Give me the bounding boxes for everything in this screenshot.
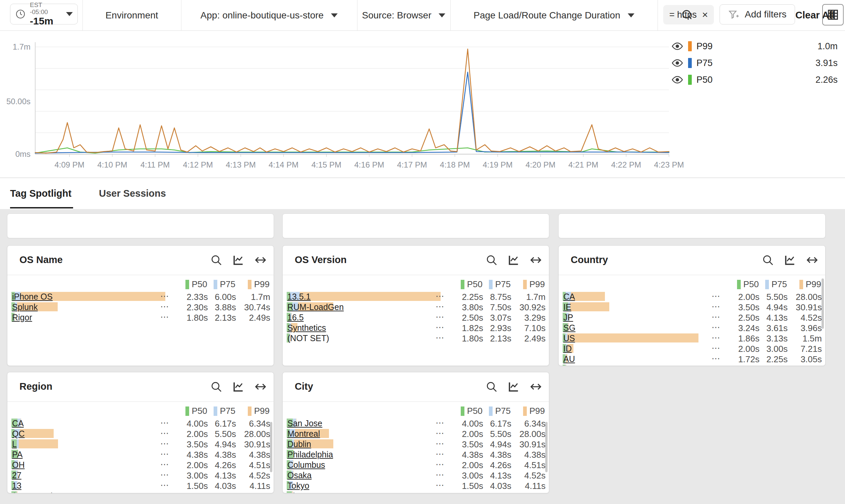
card-legend-item: P75	[214, 406, 235, 416]
scrollbar-thumb[interactable]	[545, 422, 548, 472]
percentile-value: 1.7m	[230, 292, 270, 302]
card-title: Region	[19, 381, 52, 392]
tag-value-link[interactable]: Splunk	[12, 302, 38, 312]
percentile-value: 3.96s	[505, 491, 546, 493]
expand-horizontal-icon[interactable]	[254, 380, 267, 393]
grid-view-button[interactable]	[822, 4, 844, 25]
series-value: 1.0m	[817, 41, 838, 52]
eye-icon[interactable]	[671, 74, 683, 86]
filter-box[interactable]	[7, 214, 274, 238]
app-filter[interactable]: App: online-boutique-us-store	[181, 0, 357, 31]
tag-value-link[interactable]: Montreal	[287, 429, 320, 439]
card-legend-item: P75	[489, 406, 511, 416]
tag-value-link[interactable]: 13.5.1	[287, 292, 311, 302]
tag-value-link[interactable]: 27	[12, 470, 21, 480]
environment-filter[interactable]: Environment	[83, 0, 181, 31]
search-icon[interactable]	[485, 254, 498, 266]
legend-label: P75	[495, 406, 511, 416]
tag-value-link[interactable]: JP	[563, 313, 573, 322]
legend-swatch-icon	[248, 280, 251, 289]
expand-horizontal-icon[interactable]	[254, 254, 267, 266]
tag-value-link[interactable]: ID	[563, 344, 572, 354]
percentile-value: 4.51s	[505, 460, 546, 470]
search-icon[interactable]	[485, 380, 498, 393]
percentile-value: 4.11s	[505, 481, 546, 491]
card-legend-item: P99	[523, 406, 545, 416]
tag-value-link[interactable]: Philadelphia	[287, 450, 333, 460]
scrollbar-thumb[interactable]	[270, 422, 272, 472]
tag-value-link[interactable]: iPhone OS	[12, 292, 53, 302]
tag-card: City P50P75P99 San Jose⋯4.00s6.17s6.34sM…	[282, 372, 549, 493]
tag-value-link[interactable]: Columbus	[287, 460, 325, 470]
tag-value-link[interactable]: San Jose	[287, 418, 322, 428]
tag-value-link[interactable]: Tokyo	[287, 481, 309, 491]
tag-value-link[interactable]: Dublin	[287, 439, 311, 449]
eye-icon[interactable]	[671, 40, 683, 52]
source-label: Source: Browser	[362, 10, 432, 21]
tag-value-link[interactable]: PA	[12, 450, 23, 460]
chart-icon[interactable]	[507, 380, 520, 393]
tag-value-link[interactable]: QC	[12, 429, 25, 439]
tag-value-link[interactable]: Singapore	[287, 491, 325, 493]
chart-icon[interactable]	[507, 254, 520, 266]
tag-value-link[interactable]: CA	[563, 292, 575, 302]
chevron-down-icon	[628, 13, 634, 17]
remove-filter-icon[interactable]: ×	[702, 9, 708, 20]
scrollbar-thumb[interactable]	[822, 278, 824, 329]
tag-value-link[interactable]: OH	[12, 460, 25, 470]
chart-icon[interactable]	[232, 380, 245, 393]
percentile-value: 3.96s	[230, 491, 270, 493]
tag-card: OS Name P50P75P99 iPhone OS⋯2.33s6.00s1.…	[7, 245, 274, 366]
legend-label: P75	[495, 279, 511, 290]
x-axis-tick: 4:11 PM	[141, 160, 170, 169]
tag-value-link[interactable]: L	[12, 439, 17, 449]
percentile-value: 28.00s	[781, 292, 822, 302]
expand-horizontal-icon[interactable]	[529, 380, 542, 393]
card-title: OS Name	[19, 254, 63, 265]
chart-icon[interactable]	[232, 254, 245, 266]
tab-user-sessions[interactable]: User Sessions	[99, 178, 166, 209]
percentile-value: 7.21s	[781, 344, 822, 354]
metric-label: Page Load/Route Change Duration	[474, 10, 620, 21]
filter-chip[interactable]: = https ×	[663, 5, 714, 24]
eye-icon[interactable]	[671, 57, 683, 69]
tag-value-link[interactable]: 13	[12, 481, 21, 491]
percentile-value: 3.05s	[781, 354, 822, 365]
tag-value-link[interactable]: Rigor	[12, 313, 32, 322]
tag-value-link[interactable]: 16.5	[287, 313, 304, 322]
tag-value-link[interactable]: AU	[563, 354, 575, 364]
chart-icon[interactable]	[784, 254, 796, 266]
card-body: P50P75P99 CA⋯4.00s6.17s6.34sQC⋯2.00s5.50…	[7, 402, 274, 493]
add-filters-button[interactable]: Add filters	[720, 4, 795, 24]
percentile-value: 30.91s	[505, 439, 546, 450]
tag-value-link[interactable]: CA	[12, 418, 24, 428]
tag-value-link[interactable]: Synthetics	[287, 323, 326, 333]
tag-value-link[interactable]: IE	[563, 302, 571, 312]
tag-value-link[interactable]: RUM-LoadGen	[287, 302, 344, 312]
percentile-value: 28.00s	[230, 429, 270, 439]
source-filter[interactable]: Source: Browser	[357, 0, 450, 31]
expand-horizontal-icon[interactable]	[529, 254, 542, 266]
table-row: CA⋯2.00s5.50s28.00s	[559, 291, 825, 302]
card-legend: P50P75P99	[7, 404, 274, 418]
tag-value-link[interactable]: GB	[563, 365, 576, 365]
tab-tag-spotlight[interactable]: Tag Spotlight	[10, 178, 71, 209]
filter-box[interactable]	[282, 214, 549, 238]
card-body: P50P75P99 13.5.1⋯2.25s8.75s1.7mRUM-LoadG…	[283, 275, 549, 365]
time-range-picker[interactable]: EST -05:00 -15m	[10, 4, 78, 24]
table-row: 16.5⋯2.50s3.07s3.29s	[283, 312, 549, 322]
table-row: L⋯3.50s4.94s30.91s	[7, 439, 274, 449]
tag-value-link[interactable]: SG	[563, 323, 576, 333]
filter-box[interactable]	[558, 214, 826, 238]
search-icon[interactable]	[210, 254, 223, 266]
search-icon[interactable]	[761, 254, 774, 266]
percentile-value: 1.5m	[781, 334, 822, 344]
tag-value-link[interactable]: US	[563, 334, 575, 343]
metric-selector[interactable]: Page Load/Route Change Duration	[450, 0, 657, 31]
legend-label: P50	[192, 406, 207, 416]
expand-horizontal-icon[interactable]	[806, 254, 818, 266]
search-icon[interactable]	[210, 380, 223, 393]
legend-swatch-icon	[461, 280, 464, 289]
tag-value-link: (NOT SET)	[287, 334, 329, 343]
tag-value-link[interactable]: Osaka	[287, 470, 312, 480]
